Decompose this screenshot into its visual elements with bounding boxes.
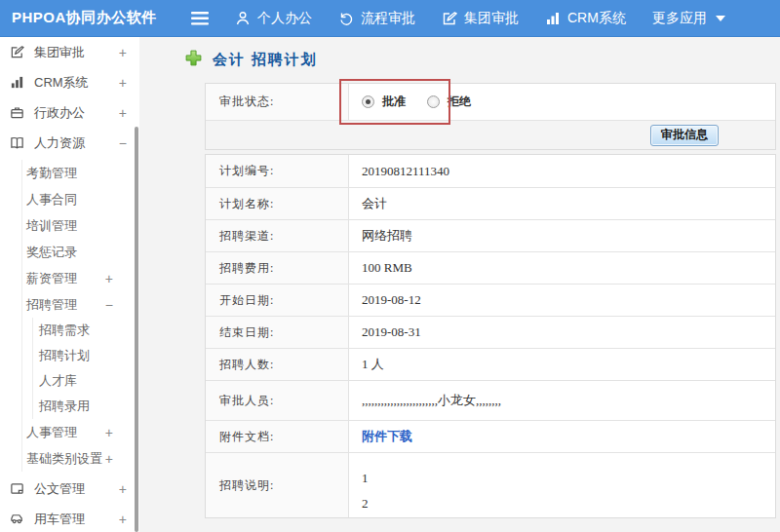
sidebar-item-salary[interactable]: 薪资管理 + [22,265,139,291]
sidebar-item-base-category[interactable]: 基础类别设置 + [22,445,139,472]
sidebar-item-hr-contract[interactable]: 人事合同 [22,186,139,212]
car-icon [10,512,26,526]
page-title-bar: 会计 招聘计划 [185,50,318,70]
field-label: 审批状态: [206,84,349,120]
sidebar-item-attendance[interactable]: 考勤管理 [22,160,139,186]
sidebar-item-training[interactable]: 培训管理 [22,212,139,239]
attachment-download-link[interactable]: 附件下载 [362,428,412,445]
sidebar-item-document-mgmt[interactable]: 公文管理 + [0,474,139,504]
field-row-headcount: 招聘人数: 1 人 [206,348,775,380]
approval-status-panel: 审批状态: 批准 拒绝 审批信息 [205,83,776,150]
sidebar-item-vehicle-mgmt[interactable]: 用车管理 + [0,504,139,532]
radio-approve-selected [362,95,374,108]
document-icon [10,481,26,496]
chevron-down-icon [716,16,725,21]
person-icon [235,11,251,26]
approval-status-options: 批准 拒绝 [349,84,775,120]
approval-button-row: 审批信息 [206,120,775,149]
bar-chart-icon [545,11,561,26]
sidebar-item-crm[interactable]: CRM系统 + [0,67,139,97]
nav-item-more-apps[interactable]: 更多应用 [652,10,725,27]
sidebar-item-recruit-mgmt[interactable]: 招聘管理 − [22,291,139,318]
field-row-start-date: 开始日期: 2019-08-12 [206,284,775,316]
sidebar-submenu-recruit: 招聘需求 招聘计划 人才库 招聘录用 [32,318,139,419]
sidebar-item-recruit-hire[interactable]: 招聘录用 [33,394,139,419]
expand-toggle: + [105,425,113,440]
field-row-approvers: 审批人员: ,,,,,,,,,,,,,,,,,,,,,,,,小龙女,,,,,,,… [206,380,775,420]
hamburger-icon [191,12,209,25]
history-icon [338,11,354,26]
top-nav-menu: 个人办公 流程审批 集团审批 CRM系统 更多应用 [191,10,725,27]
collapse-toggle: − [119,135,127,151]
field-row-cost: 招聘费用: 100 RMB [206,251,775,284]
field-row-end-date: 结束日期: 2019-08-31 [206,316,775,348]
radio-reject-unselected [427,95,440,108]
field-row-plan-name: 计划名称: 会计 [206,187,775,219]
bar-chart-icon [10,75,26,90]
nav-item-crm[interactable]: CRM系统 [545,10,626,27]
add-plus-icon [185,50,202,70]
main-content: 会计 招聘计划 审批状态: 批准 拒绝 审批信息 [139,37,780,532]
nav-item-label: CRM系统 [567,10,626,27]
nav-item-workflow-approval[interactable]: 流程审批 [338,10,415,27]
sidebar-submenu-hr: 考勤管理 人事合同 培训管理 奖惩记录 薪资管理 + 招聘管理 − 招聘需求 [21,160,139,472]
sidebar-scrollbar[interactable] [135,127,138,532]
sidebar-item-rewards[interactable]: 奖惩记录 [22,239,139,265]
hamburger-menu-button[interactable] [191,12,209,25]
nav-item-label: 个人办公 [257,10,312,27]
app-window: PHPOA协同办公软件 个人办公 流程审批 [0,0,780,532]
radio-option-reject[interactable]: 拒绝 [427,94,471,110]
collapse-toggle: − [105,297,113,313]
expand-toggle: + [119,45,127,60]
sidebar-item-recruit-plan[interactable]: 招聘计划 [33,343,139,368]
nav-item-label: 更多应用 [652,10,707,27]
field-row-attachment: 附件文档: 附件下载 [206,420,775,452]
sidebar-item-group-approval[interactable]: 集团审批 + [0,37,139,67]
sidebar-item-personnel-mgmt[interactable]: 人事管理 + [22,419,139,445]
expand-toggle: + [119,105,127,121]
expand-toggle: + [105,271,113,286]
sidebar: 集团审批 + CRM系统 + 行政办公 + 人力资源 − 考 [0,37,139,532]
expand-toggle: + [119,512,127,527]
sidebar-item-talent-pool[interactable]: 人才库 [33,368,139,394]
sidebar-item-recruit-demand[interactable]: 招聘需求 [33,318,139,343]
field-row-plan-no: 计划编号: 20190812111340 [206,155,775,187]
nav-item-personal-office[interactable]: 个人办公 [235,10,312,27]
edit-icon [10,45,26,59]
book-icon [10,135,26,150]
approval-status-row: 审批状态: 批准 拒绝 [206,84,775,120]
briefcase-icon [10,105,26,120]
radio-option-approve[interactable]: 批准 [362,94,406,110]
nav-item-group-approval[interactable]: 集团审批 [442,10,519,27]
top-navbar: PHPOA协同办公软件 个人办公 流程审批 [0,0,780,37]
nav-item-label: 集团审批 [464,10,519,27]
page-title: 会计 招聘计划 [213,51,318,69]
expand-toggle: + [119,75,127,91]
field-row-description: 招聘说明: 1 2 [206,452,775,517]
expand-toggle: + [105,451,113,467]
sidebar-item-admin-office[interactable]: 行政办公 + [0,97,139,128]
app-logo: PHPOA协同办公软件 [0,9,191,27]
expand-toggle: + [119,481,127,497]
approval-info-button[interactable]: 审批信息 [650,125,719,146]
edit-icon [442,11,457,26]
field-row-channel: 招聘渠道: 网络招聘 [206,219,775,251]
sidebar-item-hr[interactable]: 人力资源 − [0,128,139,158]
nav-item-label: 流程审批 [361,10,415,27]
recruit-plan-detail-table: 计划编号: 20190812111340 计划名称: 会计 招聘渠道: 网络招聘… [205,154,776,518]
